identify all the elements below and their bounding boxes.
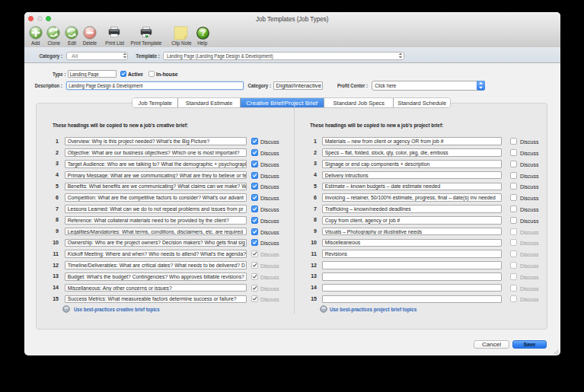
svg-text:?: ?	[200, 28, 206, 37]
